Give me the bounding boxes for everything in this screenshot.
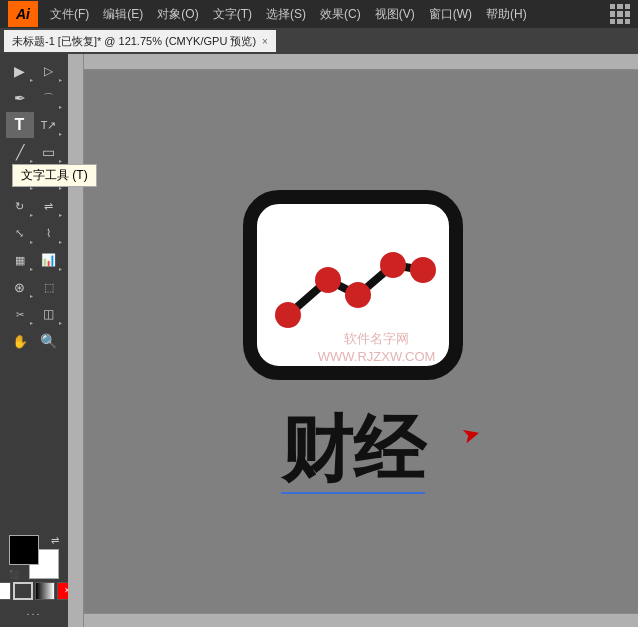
finance-label: 财经 xyxy=(281,402,425,498)
menu-file[interactable]: 文件(F) xyxy=(44,4,95,25)
tab-close-button[interactable]: × xyxy=(262,36,268,47)
title-bar: Ai 文件(F) 编辑(E) 对象(O) 文字(T) 选择(S) 效果(C) 视… xyxy=(0,0,638,28)
artwork-container: 财经 ➤ xyxy=(243,190,463,498)
stroke-button[interactable] xyxy=(13,582,33,600)
main-area: ▶▸ ▷▸ ✒ ⌒▸ T T↗▸ ╱▸ ▭▸ 🖌▸ ✏▸ ↻▸ ⇌▸ ⤡▸ ⌇▸… xyxy=(0,54,638,627)
svg-point-1 xyxy=(315,267,341,293)
color-area: ⇌ ⬛ ✕ ... xyxy=(2,531,66,623)
color-swatches: ⇌ ⬛ xyxy=(9,535,59,579)
tool-row-10: ✂▸ ◫▸ xyxy=(6,301,63,327)
menu-object[interactable]: 对象(O) xyxy=(151,4,204,25)
tool-row-7: ⤡▸ ⌇▸ xyxy=(6,220,63,246)
svg-point-3 xyxy=(380,252,406,278)
fill-button[interactable] xyxy=(0,582,11,600)
bottom-fill-stroke-tools: ✕ xyxy=(0,582,77,600)
tab-title: 未标题-1 [已恢复]* @ 121.75% (CMYK/GPU 预览) xyxy=(12,34,256,49)
horizontal-scrollbar[interactable] xyxy=(68,613,638,627)
rotate-tool[interactable]: ↻▸ xyxy=(6,193,34,219)
toolbar: ▶▸ ▷▸ ✒ ⌒▸ T T↗▸ ╱▸ ▭▸ 🖌▸ ✏▸ ↻▸ ⇌▸ ⤡▸ ⌇▸… xyxy=(0,54,68,627)
menu-view[interactable]: 视图(V) xyxy=(369,4,421,25)
tool-row-4: ╱▸ ▭▸ xyxy=(6,139,63,165)
tool-row-1: ▶▸ ▷▸ xyxy=(6,58,63,84)
svg-point-2 xyxy=(345,282,371,308)
line-segment-tool[interactable]: ╱▸ xyxy=(6,139,34,165)
artboard-tool[interactable]: ⬚ xyxy=(35,274,63,300)
svg-point-4 xyxy=(410,257,436,283)
menu-bar: 文件(F) 编辑(E) 对象(O) 文字(T) 选择(S) 效果(C) 视图(V… xyxy=(44,4,604,25)
zoom-tool[interactable]: 🔍 xyxy=(35,328,63,354)
reset-colors-button[interactable]: ⬛ xyxy=(9,570,19,579)
menu-text[interactable]: 文字(T) xyxy=(207,4,258,25)
svg-point-0 xyxy=(275,302,301,328)
canvas-area[interactable]: 财经 ➤ 软件名字网 WWW.RJZXW.COM xyxy=(68,54,638,627)
red-arrow-indicator-text: ➤ xyxy=(459,420,483,450)
tool-row-2: ✒ ⌒▸ xyxy=(6,85,63,111)
gradient-button[interactable] xyxy=(35,582,55,600)
slice-tool[interactable]: ✂▸ xyxy=(6,301,34,327)
type-tool[interactable]: T xyxy=(6,112,34,138)
warp-tool[interactable]: ⌇▸ xyxy=(35,220,63,246)
hand-tool[interactable]: ✋ xyxy=(6,328,34,354)
app-logo: Ai xyxy=(8,1,38,27)
finance-text-container: 财经 ➤ xyxy=(281,402,425,498)
tool-row-11: ✋ 🔍 xyxy=(6,328,63,354)
canvas-inner: 财经 ➤ 软件名字网 WWW.RJZXW.COM xyxy=(68,54,638,613)
tool-row-6: ↻▸ ⇌▸ xyxy=(6,193,63,219)
tool-row-9: ⊛▸ ⬚ xyxy=(6,274,63,300)
tool-row-8: ▦▸ 📊▸ xyxy=(6,247,63,273)
touch-type-tool[interactable]: T↗▸ xyxy=(35,112,63,138)
curvature-tool[interactable]: ⌒▸ xyxy=(35,85,63,111)
tab-bar: 未标题-1 [已恢复]* @ 121.75% (CMYK/GPU 预览) × xyxy=(0,28,638,54)
graph-tool[interactable]: ▦▸ xyxy=(6,247,34,273)
eraser-tool[interactable]: ◫▸ xyxy=(35,301,63,327)
foreground-color-swatch[interactable] xyxy=(9,535,39,565)
menu-effect[interactable]: 效果(C) xyxy=(314,4,367,25)
chart-icon xyxy=(243,190,463,380)
more-tools-button[interactable]: ... xyxy=(6,603,62,619)
chart-svg xyxy=(268,220,438,350)
menu-window[interactable]: 窗口(W) xyxy=(423,4,478,25)
reflect-tool[interactable]: ⇌▸ xyxy=(35,193,63,219)
column-graph-tool[interactable]: 📊▸ xyxy=(35,247,63,273)
menu-help[interactable]: 帮助(H) xyxy=(480,4,533,25)
menu-edit[interactable]: 编辑(E) xyxy=(97,4,149,25)
tool-tooltip: 文字工具 (T) xyxy=(12,164,97,187)
swap-colors-button[interactable]: ⇌ xyxy=(51,535,59,546)
tool-row-3: T T↗▸ xyxy=(6,112,63,138)
document-tab[interactable]: 未标题-1 [已恢复]* @ 121.75% (CMYK/GPU 预览) × xyxy=(4,30,276,52)
rectangle-tool[interactable]: ▭▸ xyxy=(35,139,63,165)
symbol-sprayer-tool[interactable]: ⊛▸ xyxy=(6,274,34,300)
direct-selection-tool[interactable]: ▷▸ xyxy=(35,58,63,84)
selection-tool[interactable]: ▶▸ xyxy=(6,58,34,84)
grid-layout-icon[interactable] xyxy=(610,4,630,24)
pen-tool[interactable]: ✒ xyxy=(6,85,34,111)
scale-tool[interactable]: ⤡▸ xyxy=(6,220,34,246)
menu-select[interactable]: 选择(S) xyxy=(260,4,312,25)
